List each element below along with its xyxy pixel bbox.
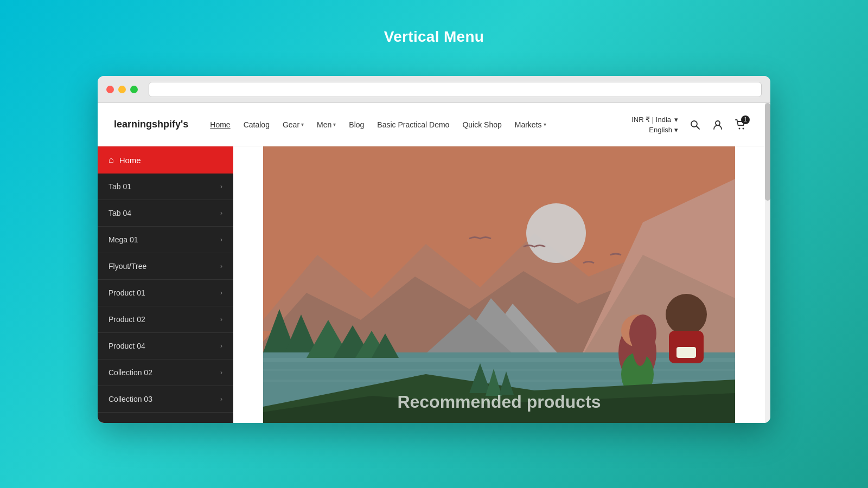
sidebar-item-label: Mega 01 xyxy=(108,235,138,244)
svg-rect-16 xyxy=(263,380,735,382)
nav-icons: 1 xyxy=(687,117,749,133)
svg-point-29 xyxy=(666,294,707,335)
search-icon[interactable] xyxy=(687,117,703,133)
sidebar-chevron: › xyxy=(220,236,222,243)
nav-home[interactable]: Home xyxy=(210,120,230,129)
svg-rect-15 xyxy=(263,369,735,371)
sidebar-chevron: › xyxy=(220,342,222,350)
nav-markets[interactable]: Markets ▾ xyxy=(515,120,546,129)
currency-label: INR ₹ | India xyxy=(631,115,671,124)
sidebar-chevron: › xyxy=(220,209,222,217)
scrollbar-thumb[interactable] xyxy=(765,103,770,201)
sidebar-item-mega01[interactable]: Mega 01 › xyxy=(98,227,233,253)
svg-point-3 xyxy=(739,127,741,129)
sidebar-item-collection03[interactable]: Collection 03 › xyxy=(98,386,233,413)
sidebar: ⌂ Home Tab 01 › Tab 04 › Mega 01 › Flyou… xyxy=(98,146,233,423)
language-label: English xyxy=(649,126,672,134)
sidebar-chevron: › xyxy=(220,289,222,297)
sidebar-item-label: Product 04 xyxy=(108,342,145,350)
sidebar-home-label: Home xyxy=(119,156,141,165)
main-area: ⌂ Home Tab 01 › Tab 04 › Mega 01 › Flyou… xyxy=(98,146,765,423)
sidebar-item-tab01[interactable]: Tab 01 › xyxy=(98,174,233,200)
hero-area: Recommended products xyxy=(233,146,765,423)
user-icon[interactable] xyxy=(710,117,726,133)
markets-chevron: ▾ xyxy=(544,121,546,127)
sidebar-item-flyout-tree[interactable]: Flyout/Tree › xyxy=(98,253,233,280)
sidebar-item-tab04[interactable]: Tab 04 › xyxy=(98,200,233,227)
cart-badge: 1 xyxy=(741,115,750,124)
svg-point-28 xyxy=(632,317,648,366)
minimize-button[interactable] xyxy=(118,86,126,93)
hero-bottom-text: Recommended products xyxy=(397,392,601,412)
page-title: Vertical Menu xyxy=(384,28,484,46)
men-chevron: ▾ xyxy=(333,121,336,127)
currency-chevron: ▾ xyxy=(674,115,678,124)
svg-point-2 xyxy=(716,121,720,125)
svg-point-4 xyxy=(743,127,744,129)
home-icon: ⌂ xyxy=(108,155,114,165)
store-logo: learningshpify's xyxy=(114,119,188,130)
sidebar-item-product04[interactable]: Product 04 › xyxy=(98,333,233,359)
svg-rect-14 xyxy=(263,358,735,362)
language-selector[interactable]: English ▾ xyxy=(649,126,678,134)
language-chevron: ▾ xyxy=(674,126,678,134)
address-bar[interactable] xyxy=(149,82,762,97)
sidebar-chevron: › xyxy=(220,262,222,270)
store-content: learningshpify's Home Catalog Gear ▾ Men… xyxy=(98,103,765,423)
nav-basic-practical-demo[interactable]: Basic Practical Demo xyxy=(377,120,449,129)
sidebar-item-label: Product 02 xyxy=(108,315,145,324)
cart-icon[interactable]: 1 xyxy=(732,117,749,133)
nav-men[interactable]: Men ▾ xyxy=(317,120,336,129)
gear-chevron: ▾ xyxy=(301,121,304,127)
browser-window: learningshpify's Home Catalog Gear ▾ Men… xyxy=(98,76,770,423)
sidebar-item-label: Collection 02 xyxy=(108,368,152,377)
title-bar xyxy=(98,76,770,103)
nav-catalog[interactable]: Catalog xyxy=(244,120,270,129)
close-button[interactable] xyxy=(106,86,114,93)
sidebar-chevron: › xyxy=(220,183,222,190)
nav-gear[interactable]: Gear ▾ xyxy=(283,120,304,129)
sidebar-item-label: Tab 04 xyxy=(108,209,131,217)
svg-point-23 xyxy=(526,203,586,263)
sidebar-home-item[interactable]: ⌂ Home xyxy=(98,146,233,174)
sidebar-chevron: › xyxy=(220,316,222,323)
svg-rect-31 xyxy=(676,347,696,358)
sidebar-item-label: Collection 03 xyxy=(108,395,152,403)
svg-point-0 xyxy=(691,121,697,127)
top-nav: learningshpify's Home Catalog Gear ▾ Men… xyxy=(98,103,765,146)
sidebar-chevron: › xyxy=(220,395,222,403)
sidebar-item-label: Flyout/Tree xyxy=(108,262,146,271)
currency-selector[interactable]: INR ₹ | India ▾ xyxy=(631,115,678,124)
svg-line-1 xyxy=(697,126,699,129)
sidebar-chevron: › xyxy=(220,369,222,376)
nav-blog[interactable]: Blog xyxy=(349,120,364,129)
sidebar-item-collection02[interactable]: Collection 02 › xyxy=(98,359,233,386)
sidebar-item-product01[interactable]: Product 01 › xyxy=(98,280,233,306)
maximize-button[interactable] xyxy=(130,86,138,93)
sidebar-item-label: Product 01 xyxy=(108,288,145,297)
scrollbar-track xyxy=(765,103,770,423)
sidebar-item-label: Tab 01 xyxy=(108,182,131,191)
nav-links: Home Catalog Gear ▾ Men ▾ Blog Basic Pra… xyxy=(210,120,631,129)
sidebar-item-product02[interactable]: Product 02 › xyxy=(98,306,233,333)
nav-right: INR ₹ | India ▾ English ▾ xyxy=(631,115,678,134)
nav-quick-shop[interactable]: Quick Shop xyxy=(462,120,501,129)
